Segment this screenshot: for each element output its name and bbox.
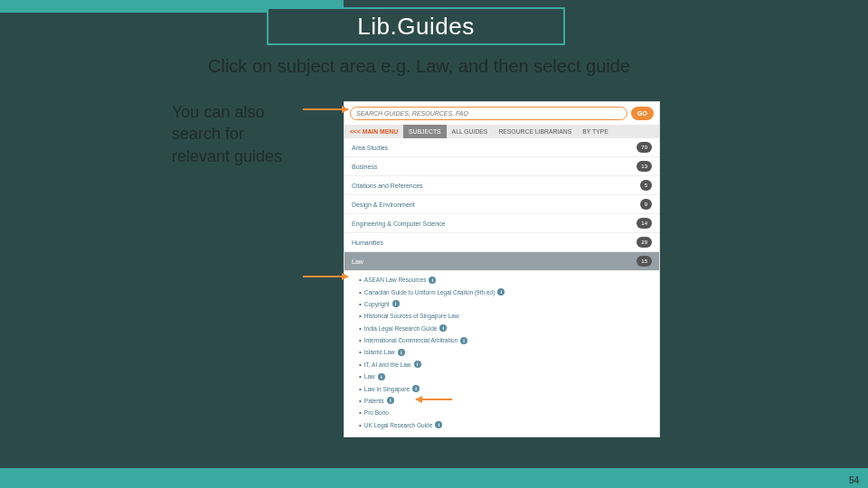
list-item-label: International Commercial Arbitration bbox=[364, 337, 458, 343]
info-icon[interactable]: i bbox=[398, 349, 405, 356]
category-citations-and-references[interactable]: Citations and References5 bbox=[344, 176, 659, 195]
go-button[interactable]: GO bbox=[631, 107, 654, 120]
tab-by-type[interactable]: BY TYPE bbox=[577, 125, 613, 138]
list-item[interactable]: UK Legal Research Guidei bbox=[359, 419, 652, 431]
info-icon[interactable]: i bbox=[392, 300, 400, 307]
category-count-badge: 29 bbox=[637, 237, 652, 248]
list-item[interactable]: Islamic Lawi bbox=[359, 346, 652, 358]
tab-all-guides[interactable]: ALL GUIDES bbox=[447, 125, 494, 138]
category-business[interactable]: Business13 bbox=[344, 157, 659, 176]
accent-bar-bottom bbox=[0, 468, 868, 488]
list-item-label: Canadian Guide to Uniform Legal Citation… bbox=[364, 289, 495, 296]
search-row: GO bbox=[344, 102, 659, 125]
slide-subtitle: Click on subject area e.g. Law, and then… bbox=[208, 56, 630, 77]
category-law[interactable]: Law15 bbox=[344, 252, 659, 271]
list-item[interactable]: Pro Bono bbox=[359, 407, 652, 418]
info-icon[interactable]: i bbox=[378, 373, 385, 380]
info-icon[interactable]: i bbox=[439, 324, 447, 332]
info-icon[interactable]: i bbox=[435, 421, 442, 428]
tab-resource-librarians[interactable]: RESOURCE LIBRARIANS bbox=[493, 125, 577, 138]
list-item-label: Law bbox=[364, 373, 375, 380]
category-humanities[interactable]: Humanities29 bbox=[344, 233, 659, 252]
info-icon[interactable]: i bbox=[460, 337, 467, 344]
info-icon[interactable]: i bbox=[497, 288, 505, 296]
list-item[interactable]: Patentsi bbox=[359, 395, 652, 407]
arrow-law-singapore bbox=[416, 399, 452, 400]
slide-title: Lib.Guides bbox=[357, 13, 474, 41]
category-label: Design & Environment bbox=[352, 202, 415, 208]
list-item-label: Patents bbox=[364, 398, 384, 404]
category-count-badge: 15 bbox=[637, 256, 652, 267]
category-area-studies[interactable]: Area Studies70 bbox=[344, 138, 659, 157]
arrow-search bbox=[303, 108, 348, 110]
list-item-label: Pro Bono bbox=[364, 409, 389, 416]
category-count-badge: 14 bbox=[637, 218, 652, 229]
list-item-label: IT, AI and the Law bbox=[364, 361, 411, 368]
list-item-label: UK Legal Research Guide bbox=[364, 422, 433, 428]
list-item[interactable]: Copyrighti bbox=[359, 298, 652, 310]
category-count-badge: 9 bbox=[640, 199, 652, 210]
info-icon[interactable]: i bbox=[414, 361, 421, 368]
list-item-label: ASEAN Law Resources bbox=[364, 277, 427, 283]
list-item-label: Law in Singapore bbox=[364, 386, 410, 392]
tab-subjects[interactable]: SUBJECTS bbox=[403, 125, 447, 138]
info-icon[interactable]: i bbox=[429, 277, 436, 284]
list-item-label: India Legal Research Guide bbox=[364, 325, 438, 332]
list-item[interactable]: Law in Singaporei bbox=[359, 382, 652, 394]
category-list: Area Studies70Business13Citations and Re… bbox=[344, 138, 659, 271]
slide-title-box: Lib.Guides bbox=[267, 7, 565, 45]
category-design-environment[interactable]: Design & Environment9 bbox=[344, 195, 659, 214]
category-label: Business bbox=[352, 164, 377, 170]
info-icon[interactable]: i bbox=[412, 385, 420, 392]
category-count-badge: 13 bbox=[637, 161, 652, 172]
list-item[interactable]: International Commercial Arbitrationi bbox=[359, 334, 652, 346]
list-item[interactable]: Historical Sources of Singapore Law bbox=[359, 310, 652, 322]
list-item[interactable]: Lawi bbox=[359, 371, 652, 382]
list-item[interactable]: IT, AI and the Lawi bbox=[359, 359, 652, 371]
tabs-row: <<< MAIN MENU SUBJECTS ALL GUIDES RESOUR… bbox=[344, 125, 659, 138]
category-label: Law bbox=[352, 258, 363, 265]
arrow-law-category bbox=[303, 276, 348, 277]
list-item[interactable]: India Legal Research Guidei bbox=[359, 323, 652, 334]
category-count-badge: 70 bbox=[637, 142, 652, 153]
libguides-panel: GO <<< MAIN MENU SUBJECTS ALL GUIDES RES… bbox=[344, 101, 660, 437]
info-icon[interactable]: i bbox=[387, 397, 394, 404]
slide-left-note: You can also search for relevant guides bbox=[172, 101, 301, 167]
search-input[interactable] bbox=[350, 107, 627, 120]
list-item-label: Copyright bbox=[364, 301, 390, 307]
main-menu-link[interactable]: <<< MAIN MENU bbox=[344, 125, 403, 138]
category-engineering-computer-science[interactable]: Engineering & Computer Science14 bbox=[344, 214, 659, 233]
category-label: Engineering & Computer Science bbox=[352, 221, 446, 227]
list-item-label: Historical Sources of Singapore Law bbox=[364, 313, 459, 319]
list-item[interactable]: Canadian Guide to Uniform Legal Citation… bbox=[359, 286, 652, 297]
list-item-label: Islamic Law bbox=[364, 349, 395, 355]
page-number: 54 bbox=[849, 475, 859, 485]
category-label: Humanities bbox=[352, 239, 383, 246]
category-count-badge: 5 bbox=[640, 180, 652, 191]
category-label: Citations and References bbox=[352, 183, 423, 189]
law-sublist: ASEAN Law ResourcesiCanadian Guide to Un… bbox=[344, 271, 659, 436]
category-label: Area Studies bbox=[352, 145, 388, 151]
list-item[interactable]: ASEAN Law Resourcesi bbox=[359, 274, 652, 286]
